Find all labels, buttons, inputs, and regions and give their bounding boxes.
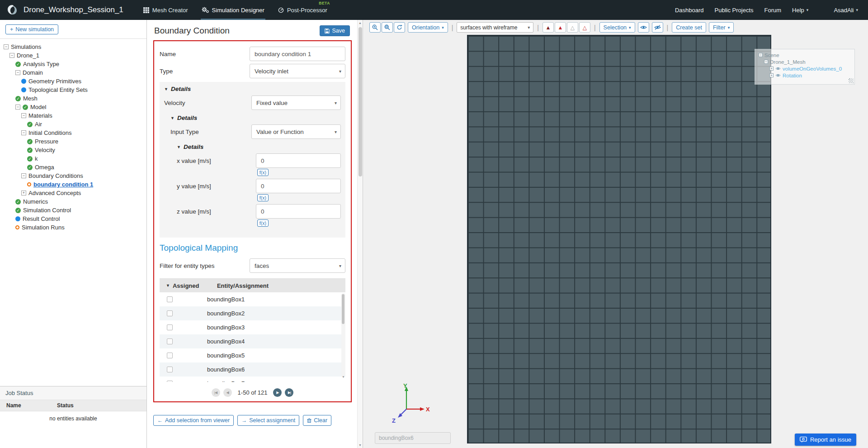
tree-item-geometry-primitives[interactable]: Geometry Primitives [0,77,146,86]
assignment-checkbox[interactable] [167,367,173,372]
tree-item-materials[interactable]: −Materials [0,111,146,120]
scene-node-scene[interactable]: −Scene [759,52,852,58]
expand-icon[interactable]: + [21,191,26,195]
x-value-m-s-input[interactable] [256,153,341,168]
collapse-icon[interactable]: − [9,53,14,58]
clear-button[interactable]: Clear [303,415,331,426]
details-collapse-header[interactable]: ▼ Details [164,86,341,93]
tab-mesh-creator[interactable]: Mesh Creator [142,0,189,20]
z-value-m-s-input[interactable] [256,204,341,219]
tree-item-boundary-condition-1[interactable]: boundary condition 1 [0,180,146,189]
nav-link-forum[interactable]: Forum [764,7,782,14]
tree-item-simulations[interactable]: −Simulations [0,43,146,51]
tree-item-velocity[interactable]: ✓Velocity [0,146,146,154]
nav-link-dashboard[interactable]: Dashboard [675,7,704,14]
table-scrollbar[interactable]: ▼ [341,293,345,377]
tree-item-model[interactable]: −✓Model [0,103,146,111]
entity-assignment-column-header[interactable]: Entity/Assignment [217,282,269,289]
collapse-icon[interactable]: − [4,44,9,49]
collapse-icon[interactable]: − [764,60,768,64]
scene-node-volumeongeovolumes-0[interactable]: +volumeOnGeoVolumes_0 [759,65,852,72]
assignment-row[interactable]: boundingBox2 [160,306,345,320]
scroll-up-arrow-icon[interactable]: ▲ [359,20,362,26]
zoom-in-button[interactable] [369,22,381,33]
assignment-row[interactable]: boundingBox3 [160,320,345,334]
viewport-3d[interactable]: Orientation ▾ | surfaces with wireframe … [363,20,868,448]
scroll-down-arrow-icon[interactable]: ▼ [359,442,362,448]
tree-item-drone-1[interactable]: −Drone_1 [0,51,146,60]
assigned-column-header[interactable]: Assigned [173,282,214,289]
mesh-quality-toggle-2[interactable]: ▲ [555,22,566,33]
add-selection-from-viewer-button[interactable]: ← Add selection from viewer [153,415,234,426]
assignment-checkbox[interactable] [167,296,173,302]
filter-dropdown[interactable]: Filter ▾ [709,22,734,33]
tree-item-analysis-type[interactable]: ✓Analysis Type [0,60,146,68]
fx-button[interactable]: f(x) [257,194,269,201]
mesh-grid-viewport[interactable] [467,35,771,443]
previous-page-button[interactable]: ◀ [223,388,232,397]
tree-item-boundary-conditions[interactable]: −Boundary Conditions [0,172,146,180]
tree-item-omega[interactable]: ✓Omega [0,163,146,172]
tree-item-result-control[interactable]: Result Control [0,214,146,223]
create-set-button[interactable]: Create set [672,22,706,33]
visibility-eye-icon[interactable] [775,67,781,71]
nav-link-help[interactable]: Help▾ [792,7,808,14]
collapse-icon[interactable]: − [21,173,26,178]
assignment-row[interactable]: boundingBox1 [160,292,345,306]
panel-scrollbar[interactable]: ▲ ▼ [357,20,363,448]
scroll-down-arrow-icon[interactable]: ▼ [341,376,345,378]
name-input[interactable] [250,47,345,61]
assignment-checkbox[interactable] [167,338,173,344]
tab-post-processor[interactable]: BETA Post-Processor [277,0,328,20]
expand-icon[interactable]: + [769,67,774,71]
collapse-icon[interactable]: − [21,130,26,135]
tree-item-domain[interactable]: −Domain [0,68,146,77]
scene-node-drone-1-mesh[interactable]: −Drone_1_Mesh [759,58,852,65]
assignment-row[interactable]: boundingBox7 [160,377,345,382]
zoom-to-fit-button[interactable] [382,22,393,33]
mesh-quality-toggle-3[interactable]: △ [567,22,578,33]
new-simulation-button[interactable]: + New simulation [5,24,58,34]
assignment-row[interactable]: boundingBox6 [160,362,345,377]
hovered-entity-name-box[interactable] [375,432,451,444]
select-assignment-button[interactable]: → Select assignment [237,415,299,426]
details-collapse-header[interactable]: ▼ Details [177,143,341,151]
sort-desc-icon[interactable]: ▼ [166,283,170,288]
details-collapse-header[interactable]: ▼ Details [170,114,341,122]
app-logo-icon[interactable] [5,3,19,17]
scene-node-rotation[interactable]: +Rotation [759,72,852,79]
render-mode-select[interactable]: surfaces with wireframe ▾ [457,22,533,33]
tree-item-simulation-runs[interactable]: Simulation Runs [0,223,146,232]
mesh-quality-toggle-1[interactable]: ▲ [542,22,554,33]
nav-link-asadali[interactable]: AsadAli▾ [834,7,858,14]
next-page-button[interactable]: ▶ [273,388,282,397]
assignment-row[interactable]: boundingBox5 [160,348,345,362]
tab-simulation-designer[interactable]: Simulation Designer [201,0,265,20]
first-page-button[interactable]: |◀ [212,388,220,397]
save-button[interactable]: Save [320,25,350,36]
tree-item-pressure[interactable]: ✓Pressure [0,137,146,146]
last-page-button[interactable]: ▶| [285,388,293,397]
show-entities-button[interactable] [638,22,649,33]
tree-item-numerics[interactable]: ✓Numerics [0,197,146,206]
refresh-view-button[interactable] [394,22,405,33]
assignment-checkbox[interactable] [167,381,173,382]
input-type-select[interactable]: Value or Function ▾ [251,124,341,139]
resize-handle[interactable] [849,78,854,83]
y-value-m-s-input[interactable] [256,179,341,193]
collapse-icon[interactable]: − [15,105,20,110]
mesh-quality-toggle-4[interactable]: △ [579,22,590,33]
report-an-issue-button[interactable]: Report an issue [795,434,856,446]
collapse-icon[interactable]: − [759,53,763,57]
type-select[interactable]: Velocity inlet ▾ [250,64,345,78]
tree-item-advanced-concepts[interactable]: +Advanced Concepts [0,189,146,197]
entity-type-filter-select[interactable]: faces ▾ [250,258,345,273]
tree-item-mesh[interactable]: ✓Mesh [0,94,146,103]
assignment-checkbox[interactable] [167,324,173,330]
panel-scrollbar-thumb[interactable] [359,27,362,176]
hide-entities-button[interactable] [652,22,663,33]
assignment-checkbox[interactable] [167,353,173,358]
assignment-checkbox[interactable] [167,310,173,316]
tree-item-air[interactable]: ✓Air [0,120,146,129]
collapse-icon[interactable]: − [15,70,20,75]
